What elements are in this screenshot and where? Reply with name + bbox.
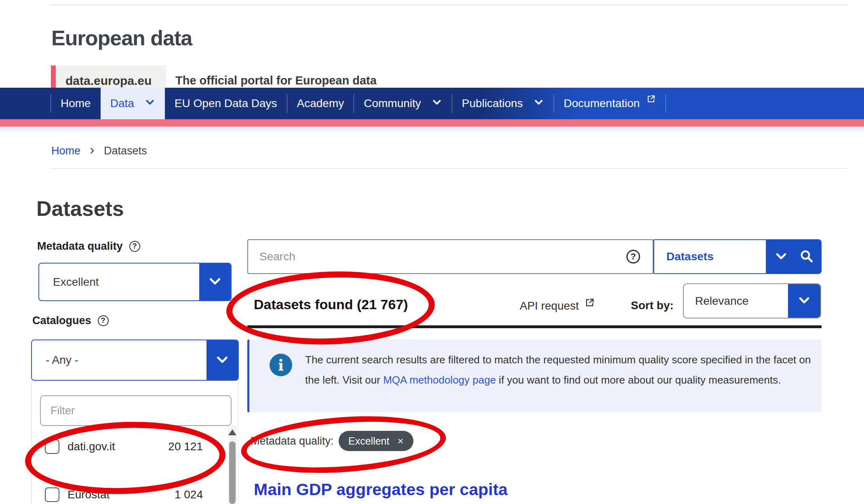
nav-shadow [0,127,864,133]
top-divider [50,4,848,5]
scroll-up-arrow-icon[interactable] [228,429,236,435]
nav-item-academy[interactable]: Academy [287,88,354,119]
catalogues-label: Catalogues ? [32,314,109,327]
catalogue-count: 1 024 [175,488,203,501]
chevron-right-icon [89,145,96,157]
chevron-down-icon [797,293,811,308]
facet-label-text: Catalogues [32,314,91,327]
catalogues-value: - Any - [32,354,207,367]
nav-item-label: EU Open Data Days [175,97,277,110]
external-link-icon [584,297,595,311]
sort-dropdown-button[interactable] [788,284,820,318]
remove-filter-icon[interactable]: × [397,436,403,446]
catalogues-scrollbar[interactable] [228,426,237,504]
external-link-icon [646,94,656,107]
breadcrumb-current: Datasets [104,145,147,157]
nav-item-label: Community [364,97,421,110]
search-icon [799,249,814,265]
search-help-icon[interactable]: ? [626,250,640,264]
search-input[interactable] [247,239,653,274]
nav-item-documentation[interactable]: Documentation [554,88,666,119]
facet-label-text: Metadata quality [37,240,123,253]
api-request-link[interactable]: API request [520,299,595,312]
chip-value: Excellent [348,435,389,447]
catalogue-checkbox-dati-gov-it[interactable] [45,439,59,454]
applied-filter-chip: Excellent × [339,431,413,451]
applied-filter-label: Metadata quality: [251,435,334,447]
chevron-down-icon [145,97,155,110]
scrollbar-thumb[interactable] [229,441,236,504]
nav-item-home[interactable]: Home [51,88,101,119]
catalogues-filter-input[interactable] [40,395,232,426]
chevron-down-icon [533,97,544,110]
catalogues-select[interactable]: - Any - [31,340,239,381]
search-submit-button[interactable] [767,239,822,274]
main-nav: Home Data EU Open Data Days Academy Comm… [0,88,864,119]
breadcrumb-divider [51,168,847,169]
sort-by-label: Sort by: [631,299,674,312]
nav-item-label: Documentation [564,97,640,110]
mqa-methodology-link[interactable]: MQA methodology page [383,374,496,386]
api-request-label: API request [520,299,579,312]
sort-select[interactable]: Relevance [683,283,821,318]
nav-item-community[interactable]: Community [354,88,452,119]
nav-item-label: Publications [462,97,523,110]
results-divider [247,325,822,328]
catalogue-count: 20 121 [168,440,203,453]
nav-item-label: Home [61,97,91,110]
info-icon: i [270,354,292,376]
page-title: Datasets [36,196,124,221]
notice-text-after: if you want to find out more about our q… [496,374,781,386]
metadata-quality-dropdown-button[interactable] [199,264,231,300]
nav-item-eu-open-data-days[interactable]: EU Open Data Days [165,88,287,119]
catalogue-option-row[interactable]: dati.gov.it 20 121 [32,434,228,459]
catalogue-checkbox-eurostat[interactable] [45,487,59,502]
search-scope-value: Datasets [666,250,714,263]
search-scope-select[interactable]: Datasets [653,239,767,274]
metadata-quality-value: Excellent [39,276,199,289]
breadcrumb-home-link[interactable]: Home [51,145,80,157]
notice-text: The current search results are filtered … [305,350,815,390]
catalogues-dropdown-panel: dati.gov.it 20 121 Eurostat 1 024 [31,381,239,504]
results-count-heading: Datasets found (21 767) [254,297,408,312]
chevron-down-icon [774,249,788,264]
chevron-down-icon [215,352,230,368]
help-icon[interactable]: ? [129,241,140,252]
metadata-quality-select[interactable]: Excellent [38,263,232,301]
chevron-down-icon [208,274,222,290]
nav-item-publications[interactable]: Publications [452,88,554,119]
catalogues-dropdown-button[interactable] [207,340,238,380]
result-item-title-link[interactable]: Main GDP aggregates per capita [254,480,508,499]
site-title: European data [51,26,192,50]
catalogue-option-row[interactable]: Eurostat 1 024 [32,483,228,504]
help-icon[interactable]: ? [98,315,109,326]
nav-item-data[interactable]: Data [101,88,165,119]
catalogue-name: dati.gov.it [67,440,115,453]
chevron-down-icon [432,97,442,110]
catalogue-name: Eurostat [67,488,110,501]
metadata-quality-label: Metadata quality ? [37,240,140,253]
quality-filter-notice: i The current search results are filtere… [247,340,822,412]
breadcrumb: Home Datasets [51,142,147,159]
nav-item-label: Academy [297,97,344,110]
nav-item-label: Data [110,97,134,110]
accent-pink-bar [0,119,864,127]
nav-separator [666,94,666,113]
sort-value: Relevance [684,295,788,308]
